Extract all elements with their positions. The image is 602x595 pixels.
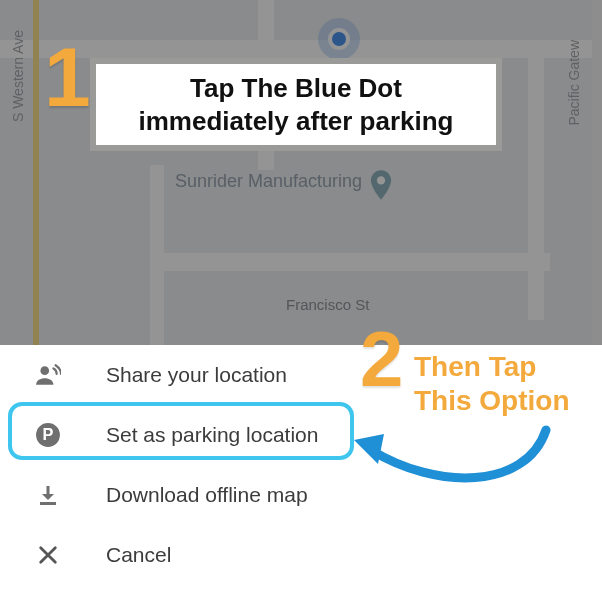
menu-item-download-map[interactable]: Download offline map (0, 465, 602, 525)
annotation-step1-line2: immediately after parking (110, 105, 482, 138)
annotation-step1-line1: Tap The Blue Dot (110, 72, 482, 105)
street-label-francisco: Francisco St (286, 296, 369, 313)
road (592, 0, 602, 345)
download-icon (28, 483, 68, 507)
menu-item-cancel[interactable]: Cancel (0, 525, 602, 585)
current-location-dot[interactable] (328, 28, 350, 50)
annotation-step2-line2: This Option (414, 384, 570, 418)
menu-item-label: Download offline map (106, 483, 308, 507)
menu-item-label: Share your location (106, 363, 287, 387)
street-label-pacific: Pacific Gatew (566, 40, 582, 126)
annotation-step2-line1: Then Tap (414, 350, 570, 384)
annotation-step1-box: Tap The Blue Dot immediately after parki… (90, 58, 502, 151)
svg-point-1 (40, 366, 49, 375)
location-pin-icon (370, 170, 392, 192)
poi-sunrider[interactable]: Sunrider Manufacturing (175, 170, 392, 192)
poi-label: Sunrider Manufacturing (175, 171, 362, 192)
menu-item-label: Set as parking location (106, 423, 318, 447)
menu-item-label: Cancel (106, 543, 171, 567)
annotation-step2-text: Then Tap This Option (414, 350, 570, 417)
svg-point-2 (36, 423, 60, 447)
annotation-step1-number: 1 (44, 44, 91, 111)
close-icon (28, 544, 68, 566)
svg-point-0 (377, 176, 385, 184)
road (528, 40, 544, 320)
road (150, 165, 164, 345)
road (150, 253, 550, 271)
parking-icon: P (28, 422, 68, 448)
share-location-icon (28, 362, 68, 388)
road-yellow (33, 0, 39, 345)
svg-rect-4 (40, 502, 56, 505)
svg-text:P: P (43, 425, 54, 443)
annotation-step2-number: 2 (360, 328, 403, 390)
street-label-western: S Western Ave (10, 30, 26, 122)
